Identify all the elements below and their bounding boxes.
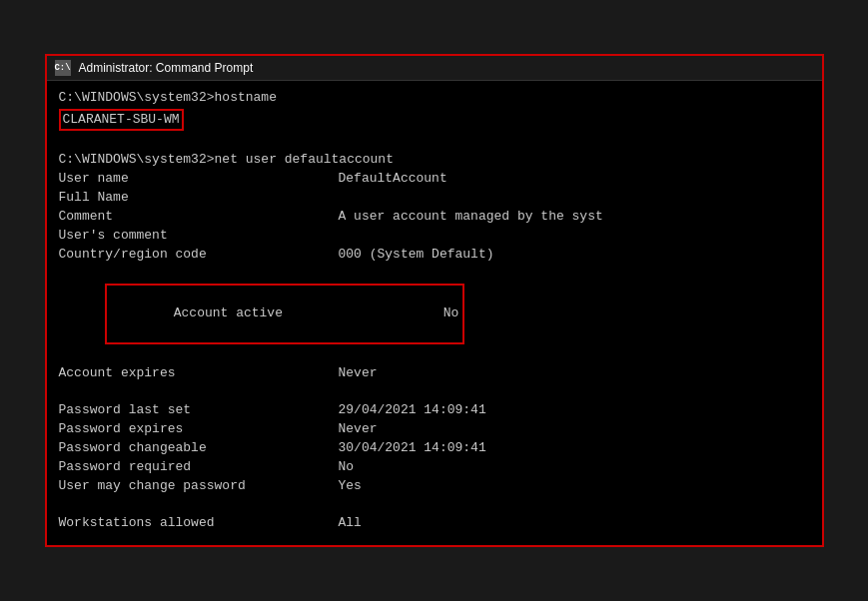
blank-line-1	[59, 132, 810, 151]
workstations-value: All	[339, 514, 362, 533]
password-changeable-line: Password changeable 30/04/2021 14:09:41	[59, 439, 810, 458]
country-value: 000 (System Default)	[339, 246, 494, 265]
terminal-body[interactable]: C:\WINDOWS\system32>hostname CLARANET-SB…	[47, 81, 822, 545]
account-expires-line: Account expires Never	[59, 364, 810, 383]
workstations-label: Workstations allowed	[59, 514, 339, 533]
account-active-value: No	[443, 304, 459, 323]
password-required-line: Password required No	[59, 458, 810, 477]
comment-line: Comment A user account managed by the sy…	[59, 208, 810, 227]
cmd-hostname-prompt: C:\WINDOWS\system32>hostname	[59, 89, 810, 108]
user-may-change-label: User may change password	[59, 477, 339, 496]
password-required-value: No	[339, 458, 355, 477]
password-last-set-value: 29/04/2021 14:09:41	[339, 401, 486, 420]
country-line: Country/region code 000 (System Default)	[59, 246, 810, 265]
password-required-label: Password required	[59, 458, 339, 477]
password-changeable-value: 30/04/2021 14:09:41	[339, 439, 486, 458]
users-comment-label: User's comment	[59, 227, 339, 246]
password-changeable-label: Password changeable	[59, 439, 339, 458]
blank-line-2	[59, 382, 810, 401]
user-name-line: User name DefaultAccount	[59, 170, 810, 189]
full-name-line: Full Name	[59, 189, 810, 208]
password-last-set-line: Password last set 29/04/2021 14:09:41	[59, 401, 810, 420]
account-active-box: Account active No	[105, 284, 464, 344]
blank-line-3	[59, 496, 810, 515]
full-name-label: Full Name	[59, 189, 339, 208]
password-expires-label: Password expires	[59, 420, 339, 439]
country-label: Country/region code	[59, 246, 339, 265]
hostname-box: CLARANET-SBU-WM	[59, 109, 184, 132]
password-expires-line: Password expires Never	[59, 420, 810, 439]
user-may-change-line: User may change password Yes	[59, 477, 810, 496]
comment-label: Comment	[59, 208, 339, 227]
user-name-value: DefaultAccount	[339, 170, 447, 189]
cmd-netuser-prompt: C:\WINDOWS\system32>net user defaultacco…	[59, 151, 810, 170]
command-prompt-window: C:\ Administrator: Command Prompt C:\WIN…	[45, 54, 824, 547]
account-active-label: Account active	[174, 304, 443, 323]
password-last-set-label: Password last set	[59, 401, 339, 420]
comment-value: A user account managed by the syst	[339, 208, 603, 227]
workstations-line: Workstations allowed All	[59, 514, 810, 533]
window-icon: C:\	[55, 60, 71, 76]
users-comment-line: User's comment	[59, 227, 810, 246]
window-title: Administrator: Command Prompt	[79, 61, 254, 75]
account-active-line: Account active No	[59, 264, 810, 363]
account-expires-value: Never	[339, 364, 378, 383]
user-may-change-value: Yes	[339, 477, 362, 496]
hostname-value: CLARANET-SBU-WM	[59, 108, 810, 133]
title-bar: C:\ Administrator: Command Prompt	[47, 56, 822, 81]
account-expires-label: Account expires	[59, 364, 339, 383]
password-expires-value: Never	[339, 420, 378, 439]
user-name-label: User name	[59, 170, 339, 189]
